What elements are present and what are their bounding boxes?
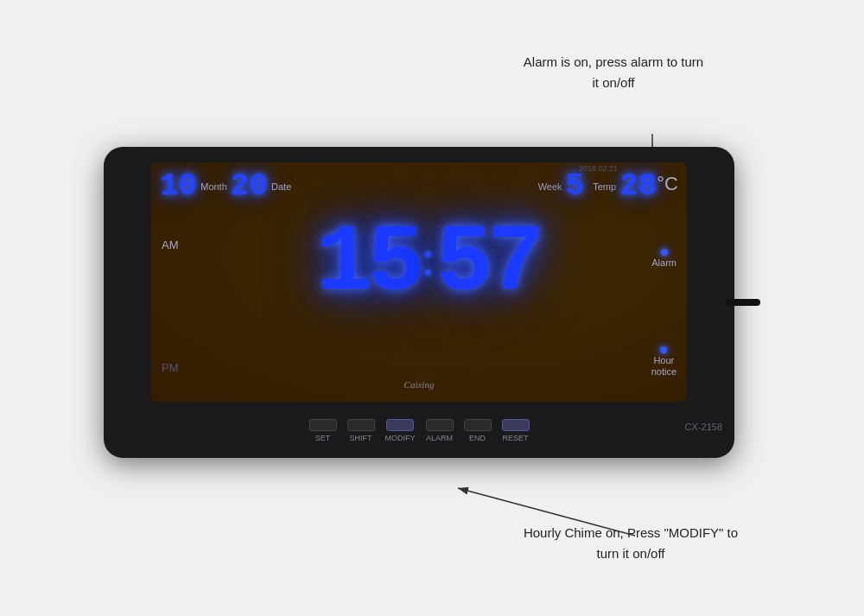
date-group: 20 Date [231,171,295,202]
alarm-button[interactable] [426,419,454,431]
month-group: 10 Month [160,171,231,202]
alarm-button-group[interactable]: ALARM [426,419,454,442]
temp-value: 28 [619,171,657,202]
week-group: Week 5 [535,171,585,202]
top-display-row: 10 Month 20 Date Week 5 Temp 28 °C [160,171,678,202]
reset-label: RESET [502,434,528,442]
temp-group: Temp 28 °C [589,171,678,202]
minutes-digit: 57 [436,216,540,311]
model-number: CX-2158 [685,422,722,432]
end-button-group[interactable]: END [464,419,492,442]
pm-label: PM [162,361,179,374]
brand-logo: Caixing [404,379,435,390]
week-value: 5 [566,171,585,202]
alarm-button-label: ALARM [426,434,453,442]
modify-button[interactable] [386,419,414,431]
hours-digit: 15 [315,216,419,311]
hour-notice-label: Hournotice [651,355,677,378]
colon-dot-top [425,251,431,257]
shift-label: SHIFT [350,434,372,442]
alarm-led-dot [661,249,668,256]
alarm-indicator: Alarm [651,249,677,268]
month-label: Month [200,181,227,192]
modify-button-group[interactable]: MODIFY [385,419,416,442]
temp-label: Temp [593,181,616,192]
hour-notice-indicator: Hournotice [651,346,677,378]
hourly-annotation-text: Hourly Chime on, Press "MODIFY" to turn … [524,525,738,561]
end-label: END [469,434,486,442]
alarm-annotation: Alarm is on, press alarm to turn it on/o… [518,52,708,93]
time-display: 15 57 [177,216,678,311]
alarm-annotation-text: Alarm is on, press alarm to turn it on/o… [524,54,703,90]
hourly-annotation: Hourly Chime on, Press "MODIFY" to turn … [518,523,743,564]
clock-screen: 2016.02.21 10 Month 20 Date Week 5 Temp … [151,162,687,402]
date-value: 20 [231,171,268,202]
date-label: Date [271,181,291,192]
set-button-group[interactable]: SET [309,419,337,442]
reset-button[interactable] [502,419,530,431]
reset-button-group[interactable]: RESET [502,419,530,442]
end-button[interactable] [464,419,492,431]
month-value: 10 [160,171,197,202]
power-cord [726,299,760,306]
set-label: SET [315,434,331,442]
shift-button[interactable] [347,419,375,431]
alarm-label: Alarm [651,257,677,268]
shift-button-group[interactable]: SHIFT [347,419,375,442]
modify-label: MODIFY [385,434,416,442]
colon-dot-bottom [425,270,431,276]
clock-device: 2016.02.21 10 Month 20 Date Week 5 Temp … [104,147,734,458]
am-label: AM [162,238,179,251]
buttons-row: SET SHIFT MODIFY ALARM END RESET [151,419,687,442]
week-label: Week [538,181,562,192]
set-button[interactable] [309,419,337,431]
celsius-symbol: °C [657,173,678,195]
hour-led-dot [660,346,667,353]
colon-separator [425,229,431,298]
